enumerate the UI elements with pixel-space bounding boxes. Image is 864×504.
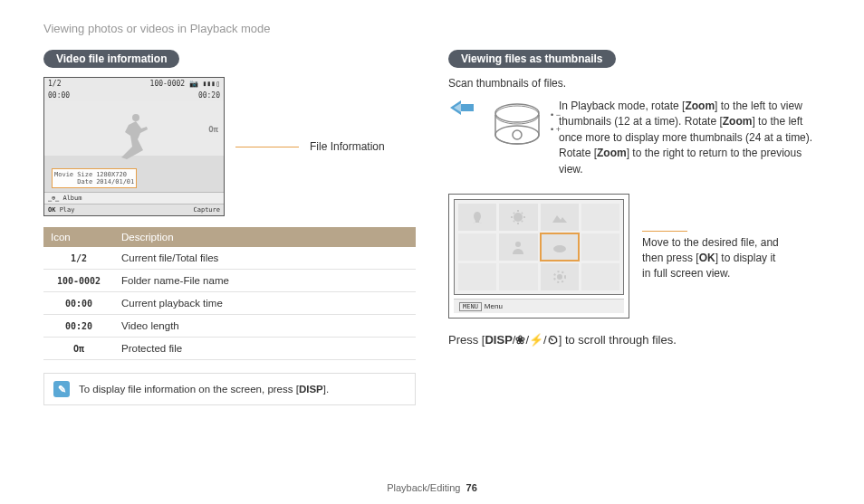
subheading-scan: Scan thumbnails of files. [448, 77, 821, 90]
thumb-cell [541, 263, 579, 290]
page-footer: Playback/Editing 76 [0, 482, 864, 493]
menu-label: Menu [485, 302, 503, 310]
svg-point-0 [132, 114, 139, 121]
thumb-cell [458, 263, 496, 290]
thumb-menu-bar: MENUMenu [454, 299, 624, 313]
press-instructions: Press [DISP/❀/⚡/⏲] to scroll through fil… [448, 333, 821, 347]
dial-minus: • − [551, 108, 561, 122]
thumb-cell [541, 204, 579, 231]
th-icon: Icon [43, 227, 114, 247]
thumb-cell [581, 263, 619, 290]
callout-line-icon [235, 147, 299, 147]
album-label: Album [62, 195, 82, 202]
zoom-instructions: In Playback mode, rotate [Zoom] to the l… [559, 99, 821, 177]
album-icon: ⎯⊕⎯ [48, 195, 59, 202]
table-row: 00:20Video length [43, 315, 416, 338]
svg-point-1 [495, 104, 539, 122]
flash-icon: ⚡ [529, 333, 543, 347]
icon-table: Icon Description 1/2Current file/Total f… [43, 227, 416, 360]
play-label: Play [60, 206, 75, 214]
lcd-counter: 1/2 [48, 80, 61, 88]
table-row: OπProtected file [43, 338, 416, 360]
table-row: 100-0002Folder name-File name [43, 270, 416, 292]
lcd-time-current: 00:00 [48, 91, 70, 100]
table-row: 00:00Current playback time [43, 292, 416, 315]
svg-point-4 [513, 130, 522, 139]
dial-plus: • + [551, 122, 561, 137]
table-row: 1/2Current file/Total files [43, 247, 416, 270]
thumbnail-grid: MENUMenu [448, 194, 629, 319]
lcd-filename-battery: 100-0002 📷 ▮▮▮▯ [150, 80, 220, 88]
info-value-size: 1280X720 [96, 171, 134, 178]
right-column: Viewing files as thumbnails Scan thumbna… [448, 50, 821, 405]
file-info-box: Movie Size Date 1280X720 2014/01/01 [52, 168, 137, 188]
thumb-cell [499, 233, 537, 261]
thumb-cell [458, 204, 496, 231]
info-label-date: Date [54, 178, 92, 185]
zoom-dial-icon: • − • + [490, 99, 544, 149]
menu-button-icon: MENU [459, 302, 482, 311]
thumb-callout: Move to the desired file, and then press… [642, 235, 779, 281]
info-value-date: 2014/01/01 [96, 178, 134, 185]
thumb-cell [499, 204, 537, 231]
note-text: To display file information on the scree… [79, 384, 329, 395]
thumb-cell [499, 263, 537, 290]
th-description: Description [114, 227, 416, 247]
heading-thumbnails: Viewing files as thumbnails [448, 50, 616, 68]
callout-file-info: File Information [310, 140, 385, 153]
note-box: ✎ To display file information on the scr… [43, 373, 416, 405]
thumb-cell [581, 233, 619, 261]
info-label-size: Movie Size [54, 171, 92, 178]
svg-point-5 [514, 213, 523, 222]
lock-icon: Oπ [208, 125, 218, 134]
macro-icon: ❀ [515, 333, 525, 347]
left-column: Video file information 1/2 100-0002 📷 ▮▮… [43, 50, 416, 405]
timer-icon: ⏲ [547, 333, 559, 347]
dancer-silhouette-icon [116, 112, 152, 163]
heading-video-file-info: Video file information [43, 50, 179, 68]
note-icon: ✎ [53, 381, 70, 397]
svg-point-2 [495, 106, 539, 124]
ok-label: OK [48, 206, 55, 214]
thumb-cell [581, 204, 619, 231]
svg-point-3 [495, 126, 539, 144]
thumb-cell-selected [541, 233, 579, 261]
callout-line-icon [642, 231, 687, 232]
svg-point-8 [557, 274, 562, 280]
thumb-cell [458, 233, 496, 261]
page-title: Viewing photos or videos in Playback mod… [43, 22, 821, 35]
arrow-icon [448, 99, 475, 119]
svg-point-6 [515, 242, 521, 247]
lcd-time-total: 00:20 [198, 91, 220, 100]
svg-point-7 [553, 245, 566, 252]
lcd-preview: 1/2 100-0002 📷 ▮▮▮▯ 00:00 00:20 Oπ [43, 77, 225, 216]
capture-label: Capture [193, 206, 220, 214]
